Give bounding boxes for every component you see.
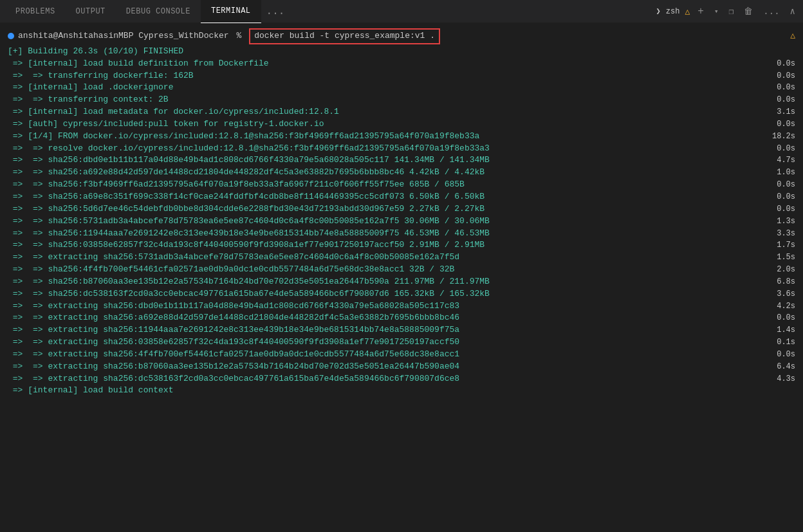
terminal-line: => => sha256:dc538163f2cd0a3cc0ebcac4977… — [0, 288, 803, 300]
tab-output[interactable]: OUTPUT — [66, 0, 116, 23]
terminal-line-timing: 0.0s — [763, 82, 795, 93]
terminal-line-text: => => sha256:a69e8c351f699c338f14cf0cae2… — [8, 191, 763, 203]
terminal-line-text: [+] Building 26.3s (10/10) FINISHED — [8, 46, 763, 58]
terminal-line-text: => => sha256:f3bf4969ff6ad21395795a64f07… — [8, 179, 763, 191]
terminal-line-text: => [internal] load build context — [8, 385, 763, 397]
terminal-line-timing: 0.0s — [763, 143, 795, 154]
terminal-area[interactable]: anshita@AnshitahasinMBP Cypress_WithDock… — [0, 23, 803, 532]
terminal-line: => [internal] load metadata for docker.i… — [0, 106, 803, 118]
terminal-line: => => extracting sha256:11944aaa7e269124… — [0, 324, 803, 336]
prompt-line: anshita@AnshitahasinMBP Cypress_WithDock… — [0, 27, 803, 46]
terminal-line-text: => [auth] cypress/included:pull token fo… — [8, 118, 763, 131]
terminal-line: => => sha256:a69e8c351f699c338f14cf0cae2… — [0, 191, 803, 203]
terminal-line-text: => => sha256:11944aaa7e2691242e8c313ee43… — [8, 228, 763, 240]
terminal-line: => => extracting sha256:5731adb3a4abcefe… — [0, 252, 803, 264]
split-terminal-button[interactable]: ❐ — [726, 4, 737, 19]
terminal-line-text: => [internal] load build definition from… — [8, 58, 763, 70]
terminal-line: => => sha256:b87060aa3ee135b12e2a57534b7… — [0, 276, 803, 288]
terminal-line-timing: 4.3s — [763, 374, 795, 385]
terminal-output: [+] Building 26.3s (10/10) FINISHED => [… — [0, 46, 803, 397]
terminal-line: => => sha256:f3bf4969ff6ad21395795a64f07… — [0, 179, 803, 191]
prompt-dot — [8, 33, 14, 39]
terminal-line-text: => => extracting sha256:dc538163f2cd0a3c… — [8, 373, 763, 385]
terminal-line: => => extracting sha256:b87060aa3ee135b1… — [0, 361, 803, 373]
terminal-line-timing: 1.3s — [763, 216, 795, 227]
split-dropdown-button[interactable]: ▾ — [712, 5, 721, 18]
terminal-line-timing: 0.0s — [763, 59, 795, 69]
terminal-line-text: => => extracting sha256:11944aaa7e269124… — [8, 324, 763, 336]
terminal-line-text: => => sha256:a692e88d42d597de14488cd2180… — [8, 167, 763, 179]
more-actions-button[interactable]: ... — [761, 4, 782, 19]
terminal-line-timing: 0.0s — [763, 119, 795, 130]
terminal-line: => => extracting sha256:4f4fb700ef54461c… — [0, 349, 803, 361]
terminal-line-text: => => transferring dockerfile: 162B — [8, 70, 763, 82]
panel-collapse-button[interactable]: ∧ — [788, 3, 798, 19]
terminal-line-text: => => extracting sha256:dbd0e1b11b117a04… — [8, 300, 763, 313]
terminal-line-text: => => sha256:03858e62857f32c4da193c8f440… — [8, 239, 763, 252]
terminal-line-timing: 2.0s — [763, 264, 795, 275]
terminal-line-timing: 0.0s — [763, 192, 795, 203]
terminal-line-timing: 0.0s — [763, 71, 795, 82]
line-warning-icon: △ — [790, 30, 795, 42]
terminal-line-text: => => extracting sha256:a692e88d42d597de… — [8, 312, 763, 324]
terminal-line-text: => [internal] load metadata for docker.i… — [8, 106, 763, 118]
terminal-line-text: => => resolve docker.io/cypress/included… — [8, 143, 763, 155]
kill-terminal-button[interactable]: 🗑 — [741, 4, 755, 19]
tab-problems[interactable]: PROBLEMS — [5, 0, 66, 23]
terminal-line: => => resolve docker.io/cypress/included… — [0, 143, 803, 155]
terminal-line: => [auth] cypress/included:pull token fo… — [0, 118, 803, 131]
terminal-line-timing: 1.4s — [763, 325, 795, 336]
terminal-line-text: => => sha256:b87060aa3ee135b12e2a57534b7… — [8, 276, 763, 288]
add-terminal-button[interactable]: + — [695, 3, 706, 20]
terminal-line: => => extracting sha256:03858e62857f32c4… — [0, 336, 803, 349]
terminal-line: => => sha256:dbd0e1b11b117a04d88e49b4ad1… — [0, 154, 803, 167]
terminal-line-text: => => extracting sha256:5731adb3a4abcefe… — [8, 252, 763, 264]
tab-more[interactable]: ... — [261, 0, 290, 23]
terminal-line-text: => => sha256:5d6d7ee46c54debfdb0bbe8d304… — [8, 203, 763, 216]
terminal-line-timing: 4.7s — [763, 155, 795, 166]
terminal-shell-icon: ❯ — [656, 6, 661, 16]
terminal-line-text: => => sha256:5731adb3a4abcefe78d75783ea6… — [8, 216, 763, 228]
terminal-line-timing: 6.8s — [763, 277, 795, 288]
terminal-line: => => sha256:a692e88d42d597de14488cd2180… — [0, 167, 803, 179]
shell-name: zsh — [666, 7, 680, 16]
terminal-line: => => transferring dockerfile: 162B0.0s — [0, 70, 803, 82]
warning-icon: △ — [685, 6, 690, 17]
tab-terminal[interactable]: TERMINAL — [201, 0, 261, 23]
terminal-line-text: => => sha256:4f4fb700ef54461cfa02571ae0d… — [8, 264, 763, 276]
terminal-line-timing: 0.0s — [763, 179, 795, 190]
prompt-dir: Cypress_WithDocker — [138, 30, 228, 42]
terminal-line: => => extracting sha256:dbd0e1b11b117a04… — [0, 300, 803, 313]
terminal-line-text: => => extracting sha256:b87060aa3ee135b1… — [8, 361, 763, 373]
terminal-line-timing: 0.0s — [763, 349, 795, 360]
tab-bar: PROBLEMS OUTPUT DEBUG CONSOLE TERMINAL .… — [0, 0, 803, 23]
prompt-separator — [133, 30, 138, 42]
terminal-line-timing: 3.1s — [763, 107, 795, 118]
terminal-line-timing: 0.0s — [763, 204, 795, 215]
terminal-line: => => extracting sha256:dc538163f2cd0a3c… — [0, 373, 803, 385]
terminal-line: => => sha256:5731adb3a4abcefe78d75783ea6… — [0, 216, 803, 228]
terminal-line-text: => [internal] load .dockerignore — [8, 82, 763, 94]
terminal-line: => [internal] load .dockerignore0.0s — [0, 82, 803, 94]
terminal-line-timing: 1.7s — [763, 240, 795, 251]
terminal-line-text: => [1/4] FROM docker.io/cypress/included… — [8, 131, 763, 143]
tab-bar-right: ❯ zsh △ + ▾ ❐ 🗑 ... ∧ — [656, 3, 798, 20]
terminal-line-timing: 3.6s — [763, 289, 795, 300]
terminal-line: => [internal] load build context — [0, 385, 803, 397]
terminal-line-timing: 1.0s — [763, 167, 795, 178]
terminal-line-timing: 1.5s — [763, 252, 795, 263]
terminal-line-text: => => transferring context: 2B — [8, 94, 763, 106]
prompt-percent: % — [232, 30, 246, 42]
tab-bar-left: PROBLEMS OUTPUT DEBUG CONSOLE TERMINAL .… — [5, 0, 290, 23]
terminal-line: => => sha256:4f4fb700ef54461cfa02571ae0d… — [0, 264, 803, 276]
terminal-line: => => sha256:5d6d7ee46c54debfdb0bbe8d304… — [0, 203, 803, 216]
prompt-user: anshita@AnshitahasinMBP — [18, 30, 133, 42]
terminal-line-timing: 18.2s — [763, 131, 795, 142]
terminal-line: => => extracting sha256:a692e88d42d597de… — [0, 312, 803, 324]
terminal-line: => => transferring context: 2B0.0s — [0, 94, 803, 106]
terminal-line-timing: 4.2s — [763, 301, 795, 312]
command-box: docker build -t cypress_example:v1 . — [249, 28, 440, 44]
tab-debug-console[interactable]: DEBUG CONSOLE — [116, 0, 201, 23]
terminal-line-text: => => sha256:dc538163f2cd0a3cc0ebcac4977… — [8, 288, 763, 300]
terminal-line-timing: 0.0s — [763, 313, 795, 324]
